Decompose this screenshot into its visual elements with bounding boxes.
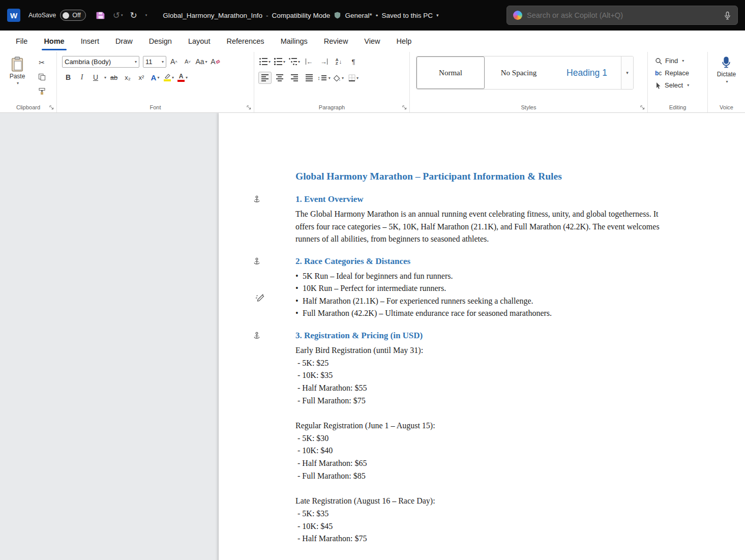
bullets-button[interactable]: ▾ (258, 55, 272, 68)
tab-insert[interactable]: Insert (73, 31, 107, 52)
autosave-toggle[interactable]: Off (60, 10, 85, 21)
save-icon[interactable] (96, 11, 105, 20)
bullet-item[interactable]: •Full Marathon (42.2K) – Ultimate endura… (295, 307, 662, 320)
doc-paragraph[interactable]: The Global Harmony Marathon is an annual… (295, 208, 662, 246)
paste-button[interactable]: Paste ▾ (4, 55, 31, 96)
pen-icon[interactable] (255, 291, 266, 305)
strikethrough-button[interactable]: ab (108, 71, 120, 83)
doc-pricing-lines[interactable]: Early Bird Registration (until May 31): … (295, 344, 745, 545)
cut-icon[interactable]: ✂ (36, 57, 48, 68)
doc-heading-3[interactable]: 3. Registration & Pricing (in USD) (295, 331, 745, 341)
paste-dropdown-icon[interactable]: ▾ (17, 81, 19, 85)
shrink-font-button[interactable]: A˅ (182, 55, 194, 68)
tab-view[interactable]: View (356, 31, 388, 52)
grow-font-button[interactable]: A˄ (168, 55, 180, 68)
font-size-select[interactable]: 11 ▾ (143, 56, 166, 68)
underline-button[interactable]: U (90, 71, 102, 83)
doc-line[interactable]: Early Bird Registration (until May 31): (295, 344, 745, 357)
tab-design[interactable]: Design (141, 31, 180, 52)
multilevel-list-button[interactable]: ▾ (288, 55, 301, 68)
doc-line[interactable]: - Half Marathon: $55 (295, 382, 745, 395)
change-case-button[interactable]: Aa▾ (195, 55, 207, 68)
doc-line[interactable]: Late Registration (August 16 – Race Day)… (295, 495, 745, 508)
font-dialog-launcher-icon[interactable] (247, 105, 251, 110)
redo-icon[interactable]: ↻ (130, 10, 137, 21)
bullet-item[interactable]: •Half Marathon (21.1K) – For experienced… (295, 295, 662, 308)
dictate-button[interactable]: Dictate ▾ (717, 56, 736, 84)
word-logo-icon[interactable]: W (7, 9, 20, 22)
doc-line[interactable]: - 5K: $35 (295, 508, 745, 520)
anchor-icon[interactable] (253, 257, 261, 269)
sort-button[interactable]: AZ↓ (332, 55, 345, 68)
text-effects-button[interactable]: A▾ (149, 71, 161, 83)
style-no-spacing[interactable]: No Spacing (485, 56, 553, 89)
shading-button[interactable]: ▾ (332, 72, 345, 84)
font-color-button[interactable]: A▾ (176, 71, 189, 83)
doc-heading-1[interactable]: 1. Event Overview (295, 194, 745, 204)
style-heading-1[interactable]: Heading 1 (553, 56, 621, 89)
paragraph-dialog-launcher-icon[interactable] (402, 105, 407, 110)
styles-dialog-launcher-icon[interactable] (640, 105, 645, 110)
line-spacing-button[interactable]: ↕▾ (317, 72, 331, 84)
doc-line[interactable] (295, 407, 745, 420)
format-painter-icon[interactable] (36, 86, 48, 96)
search-input[interactable] (527, 11, 719, 19)
tab-layout[interactable]: Layout (180, 31, 219, 52)
borders-button[interactable]: ▾ (347, 72, 360, 84)
doc-line[interactable]: - Half Marathon: $65 (295, 457, 745, 470)
doc-line[interactable]: Regular Registration (June 1 – August 15… (295, 420, 745, 432)
doc-line[interactable]: - Full Marathon: $75 (295, 395, 745, 407)
subscript-button[interactable]: x₂ (122, 71, 134, 83)
underline-dropdown-icon[interactable]: ▾ (104, 75, 106, 80)
doc-line[interactable]: - 5K: $25 (295, 357, 745, 370)
clear-formatting-button[interactable]: A (209, 55, 221, 68)
style-normal[interactable]: Normal (416, 56, 485, 89)
styles-more-button[interactable]: ▾ (621, 56, 633, 89)
doc-title[interactable]: Global Harmony Marathon – Participant In… (295, 171, 745, 182)
title-dropdown-icon[interactable]: ▾ (436, 13, 439, 18)
customize-quick-access-icon[interactable]: ▾ (144, 13, 147, 17)
document-title[interactable]: Global_Harmony_Marathon_Info (163, 12, 262, 19)
doc-bullet-list[interactable]: •5K Run – Ideal for beginners and fun ru… (295, 270, 745, 320)
doc-line[interactable]: - 10K: $40 (295, 445, 745, 457)
select-button[interactable]: Select ▾ (655, 81, 703, 89)
sensitivity-shield-icon[interactable] (334, 11, 341, 19)
doc-line[interactable]: - Full Marathon: $85 (295, 470, 745, 483)
align-left-button[interactable] (258, 72, 272, 84)
undo-icon[interactable]: ↺▾ (113, 10, 123, 21)
tab-mailings[interactable]: Mailings (273, 31, 316, 52)
tab-review[interactable]: Review (316, 31, 356, 52)
superscript-button[interactable]: x² (135, 71, 147, 83)
bold-button[interactable]: B (62, 71, 74, 83)
decrease-indent-button[interactable]: ← (303, 55, 316, 68)
align-center-button[interactable] (273, 72, 286, 84)
search-mic-icon[interactable] (724, 11, 731, 20)
bullet-item[interactable]: •5K Run – Ideal for beginners and fun ru… (295, 270, 662, 283)
find-button[interactable]: Find ▾ (655, 57, 703, 65)
show-hide-formatting-button[interactable]: ¶ (347, 55, 360, 68)
clipboard-dialog-launcher-icon[interactable] (49, 105, 54, 110)
doc-line[interactable]: - 10K: $45 (295, 520, 745, 533)
copy-icon[interactable] (36, 72, 48, 82)
replace-button[interactable]: bc Replace (655, 69, 703, 77)
tab-references[interactable]: References (218, 31, 272, 52)
doc-heading-2[interactable]: 2. Race Categories & Distances (295, 256, 745, 267)
anchor-icon[interactable] (253, 195, 261, 207)
tab-file[interactable]: File (8, 31, 36, 52)
document-page[interactable]: Global Harmony Marathon – Participant In… (219, 113, 745, 560)
search-box[interactable] (506, 6, 738, 25)
increase-indent-button[interactable]: → (317, 55, 331, 68)
doc-line[interactable]: - 5K: $30 (295, 432, 745, 445)
font-name-select[interactable]: Cambria (Body) ▾ (62, 56, 139, 68)
doc-line[interactable]: - Half Marathon: $75 (295, 533, 745, 545)
saved-status[interactable]: Saved to this PC (381, 12, 433, 19)
doc-line[interactable]: - 10K: $35 (295, 369, 745, 382)
tab-help[interactable]: Help (389, 31, 420, 52)
bullet-item[interactable]: •10K Run – Perfect for intermediate runn… (295, 282, 662, 295)
justify-button[interactable] (303, 72, 316, 84)
sensitivity-label[interactable]: General* (345, 12, 372, 19)
tab-draw[interactable]: Draw (107, 31, 141, 52)
tab-home[interactable]: Home (36, 31, 72, 52)
doc-line[interactable] (295, 483, 745, 495)
italic-button[interactable]: I (76, 71, 88, 83)
